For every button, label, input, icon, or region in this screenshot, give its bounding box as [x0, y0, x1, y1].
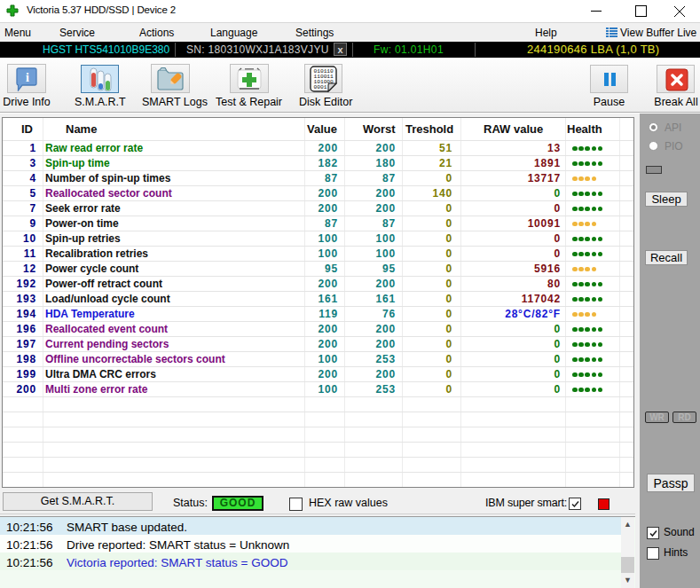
svg-text:0001: 0001 — [314, 84, 327, 90]
svg-text:i: i — [26, 71, 29, 84]
